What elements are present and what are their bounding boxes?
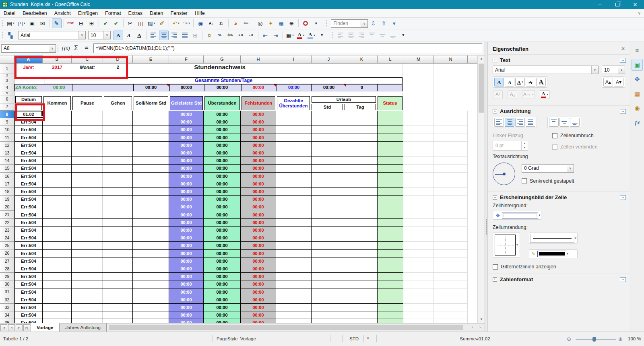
row-header-20[interactable]: 20 — [0, 203, 14, 211]
cell-D30[interactable] — [103, 280, 133, 288]
cell-B10[interactable] — [43, 126, 72, 134]
cut-button[interactable]: ✂ — [126, 19, 135, 28]
align-objects-bottom-button[interactable] — [388, 31, 398, 40]
cell-I8[interactable] — [276, 111, 312, 118]
find-replace-button[interactable]: ◎ — [255, 19, 265, 28]
scroll-left-icon[interactable]: ‹ — [469, 324, 476, 331]
email-button[interactable]: ✉ — [38, 19, 47, 28]
cell-H27[interactable]: 00:00 — [241, 257, 276, 265]
gallery-tab-icon[interactable]: ▦ — [632, 88, 643, 100]
cell-G4[interactable]: 00:00 — [217, 84, 228, 91]
cell-A8[interactable]: 01.02 — [14, 111, 43, 118]
row-header-27[interactable]: 27 — [0, 257, 14, 265]
cell-D19[interactable] — [103, 196, 133, 203]
cell-E8[interactable] — [133, 111, 169, 118]
cell-F10[interactable]: 00:00 — [169, 126, 204, 134]
row-header-22[interactable]: 22 — [0, 219, 14, 227]
cell-row3-gesammte[interactable]: Gesammte Stunden/Tage — [45, 77, 402, 84]
cell-H17[interactable]: 00:00 — [241, 180, 276, 188]
cell-J32[interactable] — [312, 296, 346, 304]
cell-A27[interactable]: Err:504 — [14, 257, 43, 265]
cell-H9[interactable]: 00:00 — [241, 118, 276, 126]
cell-M20[interactable] — [403, 203, 434, 211]
cell-K35[interactable] — [346, 319, 378, 323]
cell-H26[interactable]: 00:00 — [241, 250, 276, 257]
cell-L16[interactable] — [378, 173, 403, 180]
row-header-32[interactable]: 32 — [0, 296, 14, 304]
row-header-19[interactable]: 19 — [0, 196, 14, 203]
redo-button[interactable]: ↷▾ — [182, 19, 191, 28]
cell-B12[interactable] — [43, 142, 72, 149]
cell-M17[interactable] — [403, 180, 434, 188]
spellcheck-button[interactable]: ✔ — [101, 19, 111, 28]
cell-B14[interactable] — [43, 157, 72, 165]
number-format-standard-button[interactable]: $% — [225, 31, 235, 40]
cell-A28[interactable]: Err:504 — [14, 265, 43, 273]
sidebar-increase-font-size-button[interactable]: A▴ — [603, 78, 613, 86]
help-button[interactable] — [301, 19, 310, 28]
row-header-26[interactable]: 26 — [0, 249, 14, 257]
cell-D15[interactable] — [103, 165, 133, 172]
clone-formatting-button[interactable]: ✐ — [157, 19, 167, 28]
row-header-13[interactable]: 13 — [0, 149, 14, 157]
cell-B24[interactable] — [43, 234, 72, 242]
col-header-L[interactable]: L — [378, 56, 403, 64]
cell-H21[interactable]: 00:00 — [241, 211, 276, 219]
cell-E27[interactable] — [133, 257, 169, 265]
col-header-F[interactable]: F — [169, 56, 204, 64]
cell-A1[interactable]: Jahr: — [14, 65, 43, 70]
cell-L14[interactable] — [378, 157, 403, 165]
cell-I14[interactable] — [276, 157, 312, 165]
sidebar-decrease-font-size-button[interactable]: A▾ — [614, 78, 623, 86]
cell-F34[interactable]: 00:00 — [169, 311, 204, 319]
col-header-E[interactable]: E — [133, 56, 169, 64]
cell-A29[interactable]: Err:504 — [14, 273, 43, 280]
zoom-slider[interactable]: ⊖ ⊕ — [567, 336, 625, 342]
cell-G28[interactable]: 00:00 — [204, 265, 241, 273]
delete-decimal-place-button[interactable]: -.0 — [246, 31, 256, 40]
cell-H30[interactable]: 00:00 — [241, 280, 276, 288]
cell-N8[interactable] — [434, 111, 468, 118]
cell-B19[interactable] — [43, 196, 72, 203]
cell-L26[interactable] — [378, 250, 403, 257]
cell-C11[interactable] — [72, 134, 103, 142]
alignment-dialog-launcher-icon[interactable]: ▪▪▪ — [620, 109, 626, 114]
cell-J22[interactable] — [312, 219, 346, 227]
cell-N33[interactable] — [434, 304, 468, 311]
borders-button[interactable]: ▦▾ — [285, 31, 295, 40]
cell-C22[interactable] — [72, 219, 103, 227]
cell-G21[interactable]: 00:00 — [204, 211, 241, 219]
row-header-24[interactable]: 24 — [0, 234, 14, 242]
cell-F16[interactable]: 00:00 — [169, 173, 204, 180]
paste-button[interactable]: ▨▾ — [147, 19, 157, 28]
cell-J4[interactable]: 00:00 — [323, 84, 334, 91]
next-sheet-button[interactable]: ▸ — [16, 324, 23, 331]
cell-L34[interactable] — [378, 311, 403, 319]
menu-einfgen[interactable]: Einfügen — [74, 10, 101, 17]
sheet-tab-vorlage[interactable]: Vorlage — [31, 323, 59, 332]
cell-L10[interactable] — [378, 126, 403, 134]
col-header-G[interactable]: G — [204, 56, 241, 64]
cell-J8[interactable] — [312, 111, 346, 118]
cell-D35[interactable] — [103, 319, 133, 323]
menubar-overflow-icon[interactable]: ∨ — [638, 11, 641, 15]
cell-C14[interactable] — [72, 157, 103, 165]
cell-H23[interactable]: 00:00 — [241, 227, 276, 234]
cell-H31[interactable]: 00:00 — [241, 288, 276, 296]
cell-B29[interactable] — [43, 273, 72, 280]
page-style[interactable]: PageStyle_Vorlage — [217, 336, 256, 341]
cell-background-picker[interactable]: ❖ ▾ — [493, 211, 541, 220]
cell-F26[interactable]: 00:00 — [169, 250, 204, 257]
cell-N27[interactable] — [434, 257, 468, 265]
cell-G16[interactable]: 00:00 — [204, 173, 241, 180]
row-header-16[interactable]: 16 — [0, 173, 14, 180]
col-header-C[interactable]: C — [72, 56, 103, 64]
open-button[interactable]: ◰▾ — [17, 19, 27, 28]
cell-H28[interactable]: 00:00 — [241, 265, 276, 273]
cell-A24[interactable]: Err:504 — [14, 234, 43, 242]
menu-ansicht[interactable]: Ansicht — [51, 10, 74, 17]
row-header-7[interactable]: 7 — [0, 103, 14, 111]
cell-D16[interactable] — [103, 173, 133, 180]
cell-B25[interactable] — [43, 242, 72, 249]
cell-D34[interactable] — [103, 311, 133, 319]
